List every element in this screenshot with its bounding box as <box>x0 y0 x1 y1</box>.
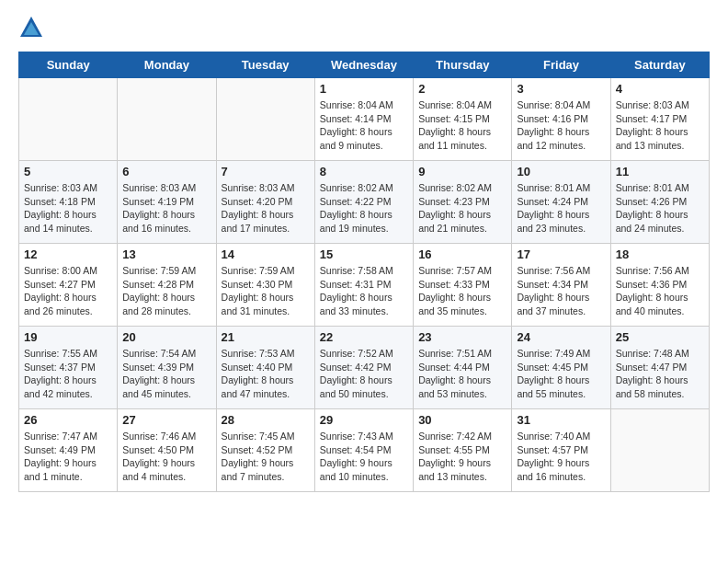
calendar-cell: 17Sunrise: 7:56 AMSunset: 4:34 PMDayligh… <box>512 244 610 327</box>
day-number: 10 <box>517 165 605 178</box>
day-number: 26 <box>24 413 112 427</box>
day-number: 6 <box>122 165 210 178</box>
week-row-2: 12Sunrise: 8:00 AMSunset: 4:27 PMDayligh… <box>19 244 710 327</box>
calendar-cell: 1Sunrise: 8:04 AMSunset: 4:14 PMDaylight… <box>314 78 413 161</box>
calendar-cell: 27Sunrise: 7:46 AMSunset: 4:50 PMDayligh… <box>118 409 216 492</box>
calendar-cell: 8Sunrise: 8:02 AMSunset: 4:22 PMDaylight… <box>314 161 413 244</box>
calendar-cell: 29Sunrise: 7:43 AMSunset: 4:54 PMDayligh… <box>314 409 413 492</box>
calendar-cell: 19Sunrise: 7:55 AMSunset: 4:37 PMDayligh… <box>19 327 118 409</box>
calendar-cell: 2Sunrise: 8:04 AMSunset: 4:15 PMDaylight… <box>414 78 512 161</box>
day-number: 17 <box>517 247 605 261</box>
cell-info: Sunrise: 7:42 AMSunset: 4:55 PMDaylight:… <box>418 430 506 484</box>
calendar-cell: 9Sunrise: 8:02 AMSunset: 4:23 PMDaylight… <box>414 161 512 244</box>
calendar-cell: 26Sunrise: 7:47 AMSunset: 4:49 PMDayligh… <box>19 409 118 492</box>
cell-info: Sunrise: 7:58 AMSunset: 4:31 PMDaylight:… <box>320 264 408 318</box>
calendar-cell: 15Sunrise: 7:58 AMSunset: 4:31 PMDayligh… <box>314 244 413 327</box>
day-number: 2 <box>418 82 506 96</box>
calendar-cell: 6Sunrise: 8:03 AMSunset: 4:19 PMDaylight… <box>118 161 216 244</box>
day-number: 19 <box>24 330 112 344</box>
cell-info: Sunrise: 7:48 AMSunset: 4:47 PMDaylight:… <box>616 347 704 401</box>
calendar-body: 1Sunrise: 8:04 AMSunset: 4:14 PMDaylight… <box>19 78 710 492</box>
cell-info: Sunrise: 7:49 AMSunset: 4:45 PMDaylight:… <box>517 347 605 401</box>
day-number: 5 <box>24 165 112 178</box>
day-number: 12 <box>24 247 112 261</box>
calendar-cell: 21Sunrise: 7:53 AMSunset: 4:40 PMDayligh… <box>216 327 314 409</box>
cell-info: Sunrise: 8:03 AMSunset: 4:17 PMDaylight:… <box>616 98 704 153</box>
calendar-cell: 4Sunrise: 8:03 AMSunset: 4:17 PMDaylight… <box>610 78 709 161</box>
cell-info: Sunrise: 8:00 AMSunset: 4:27 PMDaylight:… <box>24 264 112 318</box>
cell-info: Sunrise: 7:59 AMSunset: 4:30 PMDaylight:… <box>222 264 310 318</box>
day-number: 1 <box>320 82 408 96</box>
calendar-cell: 10Sunrise: 8:01 AMSunset: 4:24 PMDayligh… <box>512 161 610 244</box>
cell-info: Sunrise: 7:52 AMSunset: 4:42 PMDaylight:… <box>320 347 408 401</box>
calendar-cell <box>19 78 118 161</box>
day-number: 7 <box>222 165 310 178</box>
day-number: 22 <box>320 330 408 344</box>
calendar-header: SundayMondayTuesdayWednesdayThursdayFrid… <box>19 52 710 78</box>
cell-info: Sunrise: 8:04 AMSunset: 4:15 PMDaylight:… <box>418 98 506 153</box>
calendar-cell: 20Sunrise: 7:54 AMSunset: 4:39 PMDayligh… <box>118 327 216 409</box>
cell-info: Sunrise: 7:45 AMSunset: 4:52 PMDaylight:… <box>222 430 310 484</box>
cell-info: Sunrise: 7:57 AMSunset: 4:33 PMDaylight:… <box>418 264 506 318</box>
day-header-saturday: Saturday <box>610 52 709 78</box>
cell-info: Sunrise: 7:54 AMSunset: 4:39 PMDaylight:… <box>122 347 210 401</box>
calendar-cell: 5Sunrise: 8:03 AMSunset: 4:18 PMDaylight… <box>19 161 118 244</box>
calendar-cell: 12Sunrise: 8:00 AMSunset: 4:27 PMDayligh… <box>19 244 118 327</box>
day-number: 11 <box>616 165 704 178</box>
calendar-cell: 31Sunrise: 7:40 AMSunset: 4:57 PMDayligh… <box>512 409 610 492</box>
logo-icon <box>18 15 44 40</box>
calendar-cell: 18Sunrise: 7:56 AMSunset: 4:36 PMDayligh… <box>610 244 709 327</box>
cell-info: Sunrise: 8:04 AMSunset: 4:14 PMDaylight:… <box>320 98 408 153</box>
calendar-cell: 11Sunrise: 8:01 AMSunset: 4:26 PMDayligh… <box>610 161 709 244</box>
day-header-tuesday: Tuesday <box>216 52 314 78</box>
calendar-cell: 25Sunrise: 7:48 AMSunset: 4:47 PMDayligh… <box>610 327 709 409</box>
calendar-cell <box>216 78 314 161</box>
day-number: 29 <box>320 413 408 427</box>
day-number: 8 <box>320 165 408 178</box>
day-number: 18 <box>616 247 704 261</box>
cell-info: Sunrise: 8:03 AMSunset: 4:20 PMDaylight:… <box>222 181 310 236</box>
cell-info: Sunrise: 7:55 AMSunset: 4:37 PMDaylight:… <box>24 347 112 401</box>
day-header-sunday: Sunday <box>19 52 118 78</box>
calendar-cell: 13Sunrise: 7:59 AMSunset: 4:28 PMDayligh… <box>118 244 216 327</box>
cell-info: Sunrise: 7:56 AMSunset: 4:34 PMDaylight:… <box>517 264 605 318</box>
day-number: 14 <box>222 247 310 261</box>
day-number: 25 <box>616 330 704 344</box>
calendar-cell <box>118 78 216 161</box>
calendar-cell: 3Sunrise: 8:04 AMSunset: 4:16 PMDaylight… <box>512 78 610 161</box>
day-number: 27 <box>122 413 210 427</box>
day-number: 23 <box>418 330 506 344</box>
header-row: SundayMondayTuesdayWednesdayThursdayFrid… <box>19 52 710 78</box>
day-header-thursday: Thursday <box>414 52 512 78</box>
day-number: 28 <box>222 413 310 427</box>
cell-info: Sunrise: 8:01 AMSunset: 4:24 PMDaylight:… <box>517 181 605 236</box>
cell-info: Sunrise: 8:02 AMSunset: 4:23 PMDaylight:… <box>418 181 506 236</box>
week-row-4: 26Sunrise: 7:47 AMSunset: 4:49 PMDayligh… <box>19 409 710 492</box>
day-number: 13 <box>122 247 210 261</box>
calendar-cell: 16Sunrise: 7:57 AMSunset: 4:33 PMDayligh… <box>414 244 512 327</box>
calendar-cell: 30Sunrise: 7:42 AMSunset: 4:55 PMDayligh… <box>414 409 512 492</box>
day-number: 16 <box>418 247 506 261</box>
cell-info: Sunrise: 7:56 AMSunset: 4:36 PMDaylight:… <box>616 264 704 318</box>
logo <box>18 15 48 40</box>
page: SundayMondayTuesdayWednesdayThursdayFrid… <box>0 0 728 507</box>
cell-info: Sunrise: 8:04 AMSunset: 4:16 PMDaylight:… <box>517 98 605 153</box>
day-number: 21 <box>222 330 310 344</box>
day-number: 30 <box>418 413 506 427</box>
calendar-cell: 23Sunrise: 7:51 AMSunset: 4:44 PMDayligh… <box>414 327 512 409</box>
week-row-0: 1Sunrise: 8:04 AMSunset: 4:14 PMDaylight… <box>19 78 710 161</box>
day-number: 20 <box>122 330 210 344</box>
calendar-cell: 22Sunrise: 7:52 AMSunset: 4:42 PMDayligh… <box>314 327 413 409</box>
cell-info: Sunrise: 8:01 AMSunset: 4:26 PMDaylight:… <box>616 181 704 236</box>
day-header-monday: Monday <box>118 52 216 78</box>
day-number: 31 <box>517 413 605 427</box>
day-number: 15 <box>320 247 408 261</box>
day-header-friday: Friday <box>512 52 610 78</box>
day-number: 4 <box>616 82 704 96</box>
day-number: 9 <box>418 165 506 178</box>
cell-info: Sunrise: 7:40 AMSunset: 4:57 PMDaylight:… <box>517 430 605 484</box>
cell-info: Sunrise: 8:02 AMSunset: 4:22 PMDaylight:… <box>320 181 408 236</box>
cell-info: Sunrise: 7:59 AMSunset: 4:28 PMDaylight:… <box>122 264 210 318</box>
calendar-cell: 7Sunrise: 8:03 AMSunset: 4:20 PMDaylight… <box>216 161 314 244</box>
day-number: 24 <box>517 330 605 344</box>
